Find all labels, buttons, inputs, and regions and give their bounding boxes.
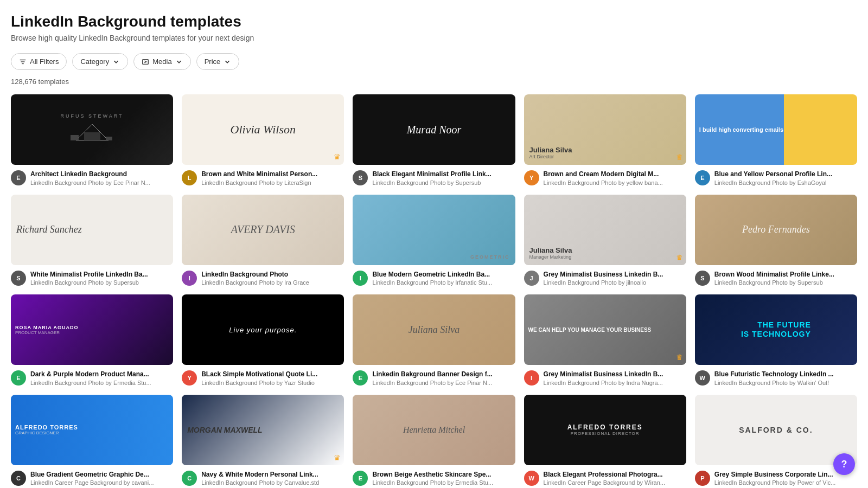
- template-card[interactable]: Murad Noor S Black Elegant Minimalist Pr…: [353, 94, 515, 186]
- card-info: E Brown Beige Aesthetic Skincare Spe... …: [353, 471, 515, 486]
- template-card[interactable]: Live your purpose. Y BLack Simple Motiva…: [182, 294, 344, 386]
- card-thumbnail: SALFORD & CO.: [695, 395, 857, 465]
- avatar: S: [695, 271, 710, 286]
- card-info: I LinkedIn Background Photo LinkedIn Bac…: [182, 271, 344, 286]
- filters-row: All Filters Category Media Price: [11, 53, 857, 70]
- card-thumbnail: ROSA MARIA AGUADO PRODUCT MANAGER: [11, 294, 173, 365]
- template-card[interactable]: RUFUS STEWART E Architect Linkedin Backg…: [11, 94, 173, 186]
- template-card[interactable]: ALFREDO TORRES PROFESSIONAL DIRECTOR W B…: [524, 395, 686, 486]
- page-title: LinkedIn Background templates: [11, 13, 857, 30]
- card-text: Dark & Purple Modern Product Mana... Lin…: [30, 370, 173, 386]
- card-text: Blue Gradient Geometric Graphic De... Li…: [30, 471, 173, 486]
- template-card[interactable]: AVERY DAVIS I LinkedIn Background Photo …: [182, 195, 344, 286]
- card-thumbnail: Olivia Wilson ♛: [182, 94, 344, 165]
- card-title: Blue Futuristic Technology LinkedIn ...: [714, 370, 857, 379]
- card-subtitle: LinkedIn Career Page Background by cavan…: [30, 479, 173, 486]
- card-thumbnail: Juliana Silva: [353, 294, 515, 365]
- card-title: Architect Linkedin Background: [30, 170, 173, 179]
- template-card[interactable]: ALFREDO TORRES GRAPHIC DESIGNER C Blue G…: [11, 395, 173, 486]
- template-card[interactable]: Juliana Silva Manager Marketing ♛ J Grey…: [524, 195, 686, 286]
- card-thumbnail: Richard Sanchez: [11, 195, 173, 265]
- page-container: LinkedIn Background templates Browse hig…: [0, 0, 868, 488]
- avatar: Y: [524, 170, 539, 185]
- card-info: S Brown Wood Minimalist Profile Linke...…: [695, 271, 857, 286]
- card-info: W Blue Futuristic Technology LinkedIn ..…: [695, 370, 857, 386]
- card-subtitle: LinkedIn Background Photo by Yazr Studio: [201, 380, 344, 386]
- template-card[interactable]: Richard Sanchez S White Minimalist Profi…: [11, 195, 173, 286]
- help-button[interactable]: ?: [833, 453, 855, 475]
- avatar: E: [11, 170, 26, 185]
- card-text: Architect Linkedin Background LinkedIn B…: [30, 170, 173, 186]
- card-thumbnail: ALFREDO TORRES GRAPHIC DESIGNER: [11, 395, 173, 465]
- card-info: P Grey Simple Business Corporate Lin... …: [695, 471, 857, 486]
- template-card[interactable]: MORGAN MAXWELL ♛ C Navy & White Modern P…: [182, 395, 344, 486]
- card-info: J Grey Minimalist Business Linkedin B...…: [524, 271, 686, 286]
- card-subtitle: LinkedIn Background Photo by Indra Nugra…: [544, 380, 686, 386]
- card-text: LinkedIn Background Photo LinkedIn Backg…: [201, 271, 344, 286]
- chevron-down-icon: [224, 58, 231, 66]
- avatar: I: [353, 271, 368, 286]
- card-thumbnail: Juliana Silva Art Director ♛: [524, 94, 686, 165]
- card-thumbnail: GEOMETRIC: [353, 195, 515, 265]
- avatar: S: [11, 271, 26, 286]
- card-title: Dark & Purple Modern Product Mana...: [30, 370, 173, 379]
- card-text: Brown Beige Aesthetic Skincare Spe... Li…: [372, 471, 515, 486]
- avatar: E: [353, 370, 368, 386]
- avatar: I: [524, 370, 539, 386]
- card-text: Navy & White Modern Personal Link... Lin…: [201, 471, 344, 486]
- svg-rect-3: [143, 59, 149, 64]
- template-card[interactable]: GEOMETRIC I Blue Modern Geometric Linked…: [353, 195, 515, 286]
- card-info: L Brown and White Minimalist Person... L…: [182, 170, 344, 186]
- card-thumbnail: Pedro Fernandes: [695, 195, 857, 265]
- media-filter-button[interactable]: Media: [133, 53, 190, 70]
- template-card[interactable]: Juliana Silva Art Director ♛ Y Brown and…: [524, 94, 686, 186]
- card-subtitle: LinkedIn Background Photo by jilnoalio: [544, 279, 686, 286]
- category-filter-button[interactable]: Category: [72, 53, 128, 70]
- avatar: W: [524, 471, 539, 486]
- template-card[interactable]: Juliana Silva E Linkedin Bakground Banne…: [353, 294, 515, 386]
- card-info: C Navy & White Modern Personal Link... L…: [182, 471, 344, 486]
- card-subtitle: LinkedIn Background Photo by Ece Pinar N…: [372, 380, 515, 386]
- avatar: C: [182, 471, 197, 486]
- card-title: LinkedIn Background Photo: [201, 271, 344, 279]
- svg-rect-5: [84, 132, 100, 140]
- price-filter-button[interactable]: Price: [196, 53, 240, 70]
- card-title: Brown and White Minimalist Person...: [201, 170, 344, 179]
- avatar: W: [695, 370, 710, 386]
- card-title: Brown Wood Minimalist Profile Linke...: [714, 271, 857, 279]
- card-text: Blue Modern Geometric LinkedIn Ba... Lin…: [372, 271, 515, 286]
- card-subtitle: LinkedIn Background Photo by yellow bana…: [544, 179, 686, 186]
- template-card[interactable]: SALFORD & CO. P Grey Simple Business Cor…: [695, 395, 857, 486]
- card-subtitle: LinkedIn Background Photo by Supersub: [30, 279, 173, 286]
- card-text: Linkedin Bakground Banner Design f... Li…: [372, 370, 515, 386]
- card-thumbnail: AVERY DAVIS: [182, 195, 344, 265]
- template-card[interactable]: Pedro Fernandes S Brown Wood Minimalist …: [695, 195, 857, 286]
- card-title: Grey Simple Business Corporate Lin...: [714, 471, 857, 479]
- template-card[interactable]: ROSA MARIA AGUADO PRODUCT MANAGER E Dark…: [11, 294, 173, 386]
- template-card[interactable]: Henrietta Mitchel E Brown Beige Aestheti…: [353, 395, 515, 486]
- all-filters-button[interactable]: All Filters: [11, 53, 67, 70]
- media-icon: [142, 58, 149, 66]
- svg-rect-7: [106, 137, 112, 140]
- card-title: Blue Modern Geometric LinkedIn Ba...: [372, 271, 515, 279]
- card-title: Grey Minimalist Business LinkedIn B...: [544, 370, 686, 379]
- template-card[interactable]: Olivia Wilson ♛ L Brown and White Minima…: [182, 94, 344, 186]
- card-text: Grey Minimalist Business LinkedIn B... L…: [544, 370, 686, 386]
- card-subtitle: LinkedIn Background Photo by LiteraSign: [201, 179, 344, 186]
- card-info: I Blue Modern Geometric LinkedIn Ba... L…: [353, 271, 515, 286]
- card-thumbnail: Henrietta Mitchel: [353, 395, 515, 465]
- card-info: E Architect Linkedin Background LinkedIn…: [11, 170, 173, 186]
- template-card[interactable]: THE FUTUREIS TECHNOLOGY W Blue Futuristi…: [695, 294, 857, 386]
- card-info: Y BLack Simple Motivational Quote Li... …: [182, 370, 344, 386]
- card-text: BLack Simple Motivational Quote Li... Li…: [201, 370, 344, 386]
- card-info: C Blue Gradient Geometric Graphic De... …: [11, 471, 173, 486]
- card-subtitle: LinkedIn Background Photo by Supersub: [372, 179, 515, 186]
- card-subtitle: LinkedIn Background Photo by Ira Grace: [201, 279, 344, 286]
- avatar: P: [695, 471, 710, 486]
- filter-icon: [19, 58, 27, 66]
- card-text: Brown Wood Minimalist Profile Linke... L…: [714, 271, 857, 286]
- template-card[interactable]: WE CAN HELP YOU MANAGE YOUR BUSINESS ♛ I…: [524, 294, 686, 386]
- avatar: S: [353, 170, 368, 185]
- card-info: E Linkedin Bakground Banner Design f... …: [353, 370, 515, 386]
- template-card[interactable]: I build high converting emails E Blue an…: [695, 94, 857, 186]
